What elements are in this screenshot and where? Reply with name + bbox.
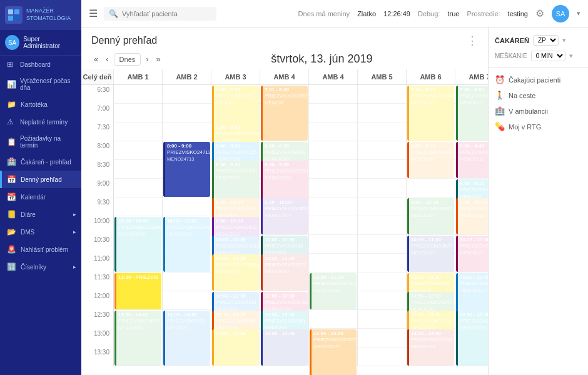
sidebar-item-kalendar[interactable]: 📆 Kalendár xyxy=(0,188,81,206)
appt-block[interactable]: 13:00 - 14:00 PRIEZVISKO25075 MENO25075 xyxy=(310,329,357,375)
appt-block[interactable]: 10:00 - 10:45 PRIEZVISKO13946 MENO13946 xyxy=(114,217,161,272)
expand-icon: ▸ xyxy=(73,229,76,235)
sidebar-item-dms[interactable]: 📂 DMS ▸ xyxy=(0,223,81,241)
time-cell: 12:00 xyxy=(81,291,114,310)
sidebar-item-ciselníky[interactable]: 🔢 Číselníky ▸ xyxy=(0,258,81,276)
appt-time: 12:30 - 13:00 xyxy=(460,312,488,318)
appt-name: PRIEZVISKO5699 xyxy=(216,168,257,174)
appt-block[interactable]: 8:00 - 8:30 PRIEZVISKO0618 MENO0618 xyxy=(407,142,454,178)
sidebar-item-diare[interactable]: 📒 Diáre ▸ xyxy=(0,206,81,223)
topbar-menu-icon[interactable]: ▾ xyxy=(577,9,580,18)
appt-code: MENO0618 xyxy=(411,156,452,162)
slot-row xyxy=(163,291,211,310)
sidebar-item-poziadavky[interactable]: 📋 Požiadavky na termín xyxy=(0,131,81,153)
appt-block[interactable]: 8:00 - 8:45 PRIEZVISKO3016 MENO3016 xyxy=(456,142,488,178)
nav-next-double[interactable]: » xyxy=(154,53,163,65)
appt-block[interactable]: 7:00 - 8:00 PRIEZVISKO04017 MENO4517 xyxy=(456,86,488,141)
appt-name: PRIEZVISKO6051 xyxy=(216,299,257,306)
col-header-3: AMB 4 xyxy=(260,69,309,84)
hamburger-icon[interactable]: ☰ xyxy=(89,8,98,19)
appt-block[interactable]: 8:00 - 9:00 PRIEZVISKO24713 MENO24713 xyxy=(163,142,210,197)
search-icon: 🔍 xyxy=(109,9,118,18)
sidebar: MANAŽÉR STOMATOLÓGIA SA Super Administra… xyxy=(0,0,81,375)
appt-block[interactable]: 13:00 - 14:00 PRIEZVISKO2000 MENO2000 xyxy=(114,311,161,366)
rp-section-na_ceste[interactable]: 🚶 Na ceste xyxy=(489,88,588,103)
appt-block[interactable]: 11:30 - PRIEZVIS xyxy=(114,273,161,309)
sidebar-item-vytazenost[interactable]: 📊 Vyťaženosť počas dňa xyxy=(0,73,81,96)
grid-body: 6:307:007:308:008:309:009:3010:0010:3011… xyxy=(81,85,488,366)
appt-name: PRIEZVISKO13946 xyxy=(118,224,160,231)
appt-code: MENO14854 xyxy=(265,212,306,219)
appt-name: PRIEZVISKO03018 xyxy=(216,262,257,268)
appt-code: MENO34111 xyxy=(313,288,355,294)
col-header-7: AMB 7 xyxy=(455,69,488,84)
topbar-avatar[interactable]: SA xyxy=(552,5,569,22)
sidebar-item-label: Čakáreň - prehľad xyxy=(21,159,71,166)
appt-block[interactable]: 9:30 - 10:00 PRIEZVISKO2957 MENO2957 xyxy=(407,198,454,234)
sidebar-item-cakaren[interactable]: 🏥 Čakáreň - prehľad xyxy=(0,153,81,171)
appt-time: 7:00 - 8:00 xyxy=(460,87,488,93)
search-input[interactable] xyxy=(122,10,210,18)
prostredie-label: Prostredie: xyxy=(467,10,500,18)
appt-block[interactable]: 13:30 - 14:00 xyxy=(212,329,259,366)
appt-name: PRIEZVISKO8137 xyxy=(460,243,488,249)
slot-row xyxy=(309,235,357,254)
slot-row xyxy=(358,291,406,310)
appt-block[interactable]: 10:30 - 11:00 PRIEZVISKO03018 MENO0314 xyxy=(212,254,259,291)
appt-block[interactable]: 10:30 - 11:00 PRIEZVISKO3627 MENO3627 xyxy=(261,254,308,291)
appt-time: 8:00 - 8:45 xyxy=(460,143,488,149)
appt-block[interactable]: 11:00 - 11:30 PRIEZVISKO34111 MENO34111 xyxy=(310,273,357,309)
slot-row xyxy=(163,198,211,216)
nav-dnes[interactable]: Dnes xyxy=(114,53,141,66)
appt-code: MENO2748 xyxy=(411,344,452,350)
vytazenost-icon: 📊 xyxy=(7,80,16,89)
rp-section-v_ambulancii[interactable]: 🏥 V ambulancii xyxy=(489,103,588,119)
appt-block[interactable]: 10:00 - 10:30 PRIEZVISKO01946 MENO1946 xyxy=(163,217,210,272)
appt-time: 9:30 - 10:00 xyxy=(216,218,257,224)
appt-time: 9:00 - 10:00 xyxy=(265,199,306,206)
rp-meskanie-select[interactable]: 0 MIN xyxy=(531,51,565,61)
appt-block[interactable]: 13:30 - 14:00 xyxy=(261,329,308,366)
slot-row xyxy=(358,216,406,235)
sidebar-item-denny[interactable]: 📅 Denný prehľad xyxy=(0,171,81,188)
sidebar-item-dashboard[interactable]: ⊞ Dashboard xyxy=(0,56,81,73)
search-box[interactable]: 🔍 xyxy=(104,7,216,21)
more-icon[interactable]: ⋮ xyxy=(467,34,478,48)
rp-meskanie-arrow: ▾ xyxy=(569,52,573,60)
appt-block[interactable]: 13:20 - 13:40 PRIEZVISKO2748 MENO2748 xyxy=(407,329,454,366)
sidebar-item-label: Diáre xyxy=(21,211,36,218)
time-cell: 13:30 xyxy=(81,348,114,366)
slot-row xyxy=(309,310,357,329)
appt-time: 8:00 - 8:30 xyxy=(265,143,306,149)
sidebar-item-neplatne[interactable]: ⚠ Neplatné termíny xyxy=(0,113,81,131)
scheduler-wrapper[interactable]: Celý deňAMB 1AMB 2AMB 3AMB 4AMB 4AMB 5AM… xyxy=(81,69,488,375)
appt-block[interactable]: 10:00 - 11:00 PRIEZVISKO3627 MENO3627 xyxy=(407,236,454,272)
sidebar-item-kartoteka[interactable]: 📁 Kartotéka xyxy=(0,96,81,113)
appt-code: MENO1946 xyxy=(167,231,208,238)
sidebar-item-nahlasit[interactable]: 🚨 Nahlásiť problém xyxy=(0,241,81,258)
settings-icon[interactable]: ⚙ xyxy=(535,8,544,19)
rp-section-moj_rtg[interactable]: 💊 Moj v RTG xyxy=(489,119,588,134)
sidebar-item-label: Vyťaženosť počas dňa xyxy=(20,78,76,91)
nav-prev[interactable]: ‹ xyxy=(103,53,111,65)
right-panel: ČAKÁREŇ ZP ▾ MEŠKANIE 0 MIN ▾ ⏰ Čakajúci… xyxy=(488,28,588,375)
appt-name: PRIEZVISKO2957 xyxy=(411,206,452,212)
rp-section-cakajuci[interactable]: ⏰ Čakajúci pacienti xyxy=(489,72,588,88)
nav-next[interactable]: › xyxy=(143,53,151,65)
slot-row xyxy=(358,310,406,329)
appt-block[interactable]: 7:00 - 8:00 PRIEZVISKO01347 MENO1347 xyxy=(407,86,454,141)
appt-block[interactable]: 9:00 - 10:00 PRIEZVISKO14854 MENO14854 xyxy=(261,198,308,234)
appt-block[interactable]: 13:00 - 14:00 PRIEZVISKO231 MENO231 xyxy=(163,311,210,366)
appt-block[interactable]: 9:30 - 10:15 PRIEZVISKO0237 MENO0618 xyxy=(456,198,488,234)
appt-time: 13:00 - 14:00 xyxy=(313,331,355,337)
appt-time: 10:30 - 11:00 xyxy=(265,256,306,262)
slot-row xyxy=(163,272,211,291)
rp-section-label: V ambulancii xyxy=(509,108,548,115)
nav-prev-double[interactable]: « xyxy=(91,53,101,65)
appt-block[interactable]: 12:30 - 13:00 PRIEZVISKO02592 MENO02592 xyxy=(456,311,488,366)
appt-block[interactable]: 7:01 - 8:00 PRIEZVISKO02939 MENO06 xyxy=(261,86,308,141)
appt-block[interactable]: 10:13 - 11:00 PRIEZVISKO8137 MENO8137 xyxy=(456,236,488,272)
time-cell: 7:30 xyxy=(81,122,114,141)
rp-zp-select[interactable]: ZP xyxy=(533,35,559,46)
diare-icon: 📒 xyxy=(7,210,16,219)
